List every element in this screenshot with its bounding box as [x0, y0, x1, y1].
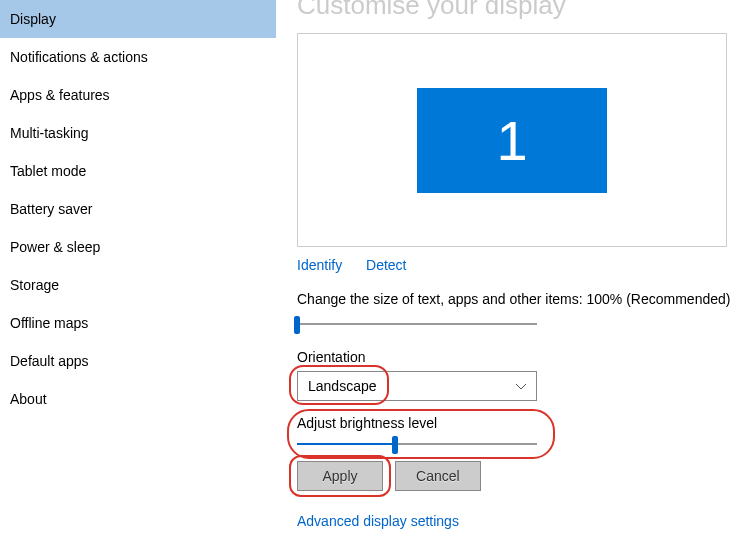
sidebar-item-about[interactable]: About: [0, 380, 276, 418]
advanced-display-link[interactable]: Advanced display settings: [297, 513, 750, 529]
cancel-button[interactable]: Cancel: [395, 461, 481, 491]
sidebar-item-storage[interactable]: Storage: [0, 266, 276, 304]
sidebar-item-label: Offline maps: [10, 315, 88, 331]
sidebar: Display Notifications & actions Apps & f…: [0, 0, 277, 546]
monitor-number: 1: [496, 108, 527, 173]
sidebar-item-label: Apps & features: [10, 87, 110, 103]
sidebar-item-default-apps[interactable]: Default apps: [0, 342, 276, 380]
orientation-value: Landscape: [308, 378, 377, 394]
sidebar-item-offline-maps[interactable]: Offline maps: [0, 304, 276, 342]
button-row: Apply Cancel: [297, 461, 750, 491]
sidebar-item-label: Display: [10, 11, 56, 27]
monitor-display-1[interactable]: 1: [417, 88, 607, 193]
sidebar-item-label: Notifications & actions: [10, 49, 148, 65]
orientation-select[interactable]: Landscape: [297, 371, 537, 401]
sidebar-item-label: Battery saver: [10, 201, 92, 217]
brightness-slider[interactable]: [297, 437, 537, 451]
sidebar-item-power-sleep[interactable]: Power & sleep: [0, 228, 276, 266]
sidebar-item-label: About: [10, 391, 47, 407]
sidebar-item-multi-tasking[interactable]: Multi-tasking: [0, 114, 276, 152]
slider-thumb[interactable]: [392, 436, 398, 454]
page-title: Customise your display: [297, 0, 750, 21]
identify-link[interactable]: Identify: [297, 257, 342, 273]
sidebar-item-display[interactable]: Display: [0, 0, 276, 38]
sidebar-item-label: Power & sleep: [10, 239, 100, 255]
detect-link[interactable]: Detect: [366, 257, 406, 273]
monitor-arrangement-panel[interactable]: 1: [297, 33, 727, 247]
chevron-down-icon: [516, 381, 526, 392]
sidebar-item-label: Tablet mode: [10, 163, 86, 179]
monitor-actions: Identify Detect: [297, 257, 750, 273]
orientation-label: Orientation: [297, 349, 750, 365]
scale-slider[interactable]: [297, 317, 537, 331]
sidebar-item-battery-saver[interactable]: Battery saver: [0, 190, 276, 228]
sidebar-item-tablet-mode[interactable]: Tablet mode: [0, 152, 276, 190]
sidebar-item-notifications[interactable]: Notifications & actions: [0, 38, 276, 76]
sidebar-item-label: Multi-tasking: [10, 125, 89, 141]
sidebar-item-label: Storage: [10, 277, 59, 293]
sidebar-item-label: Default apps: [10, 353, 89, 369]
brightness-label: Adjust brightness level: [297, 415, 557, 431]
main-content: Customise your display 1 Identify Detect…: [277, 0, 750, 546]
scale-label: Change the size of text, apps and other …: [297, 291, 750, 307]
sidebar-item-apps-features[interactable]: Apps & features: [0, 76, 276, 114]
apply-button[interactable]: Apply: [297, 461, 383, 491]
slider-thumb[interactable]: [294, 316, 300, 334]
